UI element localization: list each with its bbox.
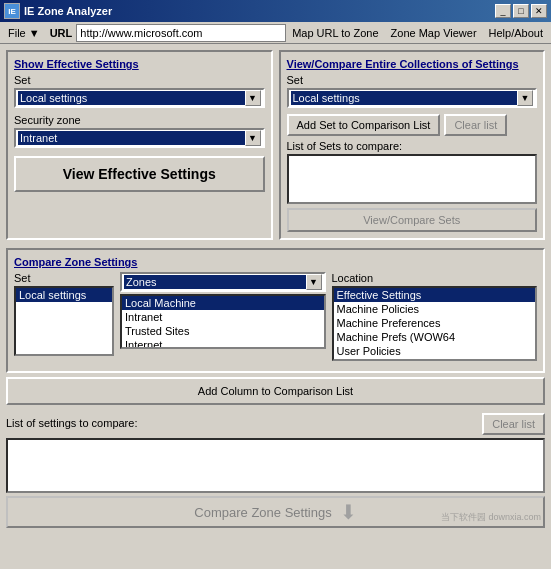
zones-dropdown-arrow: ▼ (306, 274, 322, 290)
compare-zone-btn-label: Compare Zone Settings (194, 505, 331, 520)
compare-set-label: Set (14, 272, 114, 284)
list-sets-box (287, 154, 538, 204)
compare-zone-title: Compare Zone Settings (14, 256, 537, 268)
show-effective-panel: Show Effective Settings Set Local settin… (6, 50, 273, 240)
location-list[interactable]: Effective Settings Machine Policies Mach… (332, 286, 538, 361)
set-dropdown-wrapper: Local settings ▼ (14, 88, 265, 108)
list-item[interactable]: Machine Prefs (WOW64 (334, 330, 536, 344)
menu-zone-viewer[interactable]: Zone Map Viewer (385, 25, 483, 41)
view-compare-title: View/Compare Entire Collections of Setti… (287, 58, 538, 70)
list-settings-label: List of settings to compare: (6, 417, 137, 429)
compare-set-list[interactable]: Local settings (14, 286, 114, 356)
set-dropdown[interactable]: Local settings ▼ (14, 88, 265, 108)
compare-zone-panel: Compare Zone Settings Set Local settings… (6, 248, 545, 373)
close-button[interactable]: ✕ (531, 4, 547, 18)
minimize-button[interactable]: _ (495, 4, 511, 18)
menu-help[interactable]: Help/About (483, 25, 549, 41)
bottom-area: List of settings to compare: Clear list … (6, 413, 545, 528)
sec-zone-dropdown[interactable]: Intranet ▼ (14, 128, 265, 148)
view-compare-set-dropdown[interactable]: Local settings ▼ (287, 88, 538, 108)
zones-dropdown[interactable]: Zones ▼ (120, 272, 326, 292)
list-settings-box (6, 438, 545, 493)
add-set-row: Add Set to Comparison List Clear list (287, 114, 538, 136)
menu-file[interactable]: File ▼ (2, 25, 46, 41)
view-compare-set-wrapper: Local settings ▼ (287, 88, 538, 108)
show-effective-title: Show Effective Settings (14, 58, 265, 70)
list-item[interactable]: Machine Policies (334, 302, 536, 316)
list-item[interactable]: User Policies (334, 344, 536, 358)
window-controls: _ □ ✕ (495, 4, 547, 18)
app-title: IE Zone Analyzer (24, 5, 112, 17)
add-column-button[interactable]: Add Column to Comparison List (6, 377, 545, 405)
view-compare-sets-button: View/Compare Sets (287, 208, 538, 232)
watermark: 当下软件园 downxia.com (441, 511, 541, 524)
app-icon: IE (4, 3, 20, 19)
menu-bar: File ▼ URL Map URL to Zone Zone Map View… (0, 22, 551, 44)
sec-zone-dropdown-arrow: ▼ (245, 130, 261, 146)
list-item[interactable]: Intranet (122, 310, 324, 324)
view-compare-panel: View/Compare Entire Collections of Setti… (279, 50, 546, 240)
maximize-button[interactable]: □ (513, 4, 529, 18)
compare-set-col: Set Local settings (14, 272, 114, 361)
title-bar: IE IE Zone Analyzer _ □ ✕ (0, 0, 551, 22)
list-item[interactable]: Local Machine (122, 296, 324, 310)
add-set-button[interactable]: Add Set to Comparison List (287, 114, 441, 136)
view-compare-set-arrow: ▼ (517, 90, 533, 106)
download-icon: ⬇ (340, 500, 357, 524)
menu-url-label: URL (46, 25, 77, 41)
sec-zone-label: Security zone (14, 114, 265, 126)
compare-location-col: Location Effective Settings Machine Poli… (332, 272, 538, 361)
view-effective-button[interactable]: View Effective Settings (14, 156, 265, 192)
set-label-left: Set (14, 74, 265, 86)
list-item[interactable]: Machine Preferences (334, 316, 536, 330)
list-sets-label: List of Sets to compare: (287, 140, 538, 152)
list-item[interactable]: Internet (122, 338, 324, 349)
set-dropdown-arrow: ▼ (245, 90, 261, 106)
list-item[interactable]: Trusted Sites (122, 324, 324, 338)
set-selected: Local settings (18, 91, 245, 105)
clear-list-bottom-button[interactable]: Clear list (482, 413, 545, 435)
list-item[interactable]: Effective Settings (334, 288, 536, 302)
main-content: Show Effective Settings Set Local settin… (0, 44, 551, 569)
sec-zone-dropdown-wrapper: Intranet ▼ (14, 128, 265, 148)
clear-list-button-top[interactable]: Clear list (444, 114, 507, 136)
set-label-right: Set (287, 74, 538, 86)
view-compare-set-selected: Local settings (291, 91, 518, 105)
location-label: Location (332, 272, 538, 284)
zones-list[interactable]: Local Machine Intranet Trusted Sites Int… (120, 294, 326, 349)
compare-zone-row: Set Local settings Zones ▼ Local Machine… (14, 272, 537, 361)
compare-zones-col: Zones ▼ Local Machine Intranet Trusted S… (120, 272, 326, 361)
url-input[interactable] (76, 24, 286, 42)
list-item[interactable]: User Preferences (334, 358, 536, 361)
list-item[interactable]: Local settings (16, 288, 112, 302)
sec-zone-selected: Intranet (18, 131, 245, 145)
zones-dropdown-selected: Zones (124, 275, 306, 289)
menu-map-url[interactable]: Map URL to Zone (286, 25, 384, 41)
